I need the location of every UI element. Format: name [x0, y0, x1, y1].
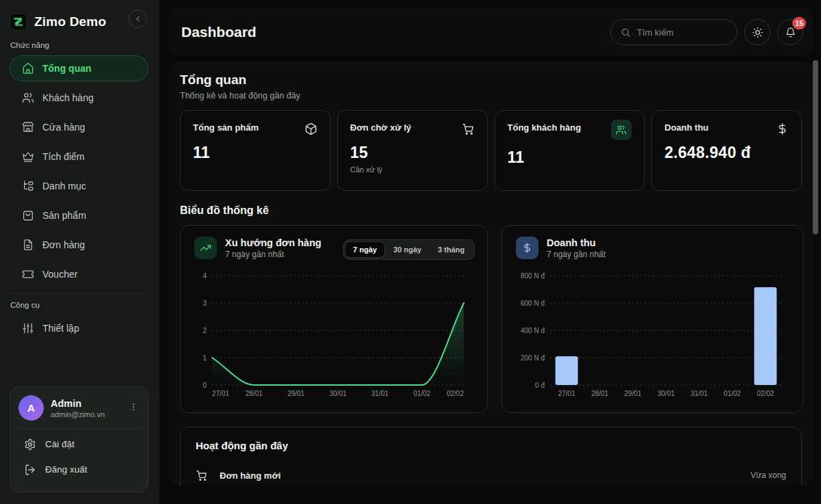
sidebar-item-label: Danh mục [42, 181, 86, 191]
search-icon [621, 27, 631, 38]
stats-row: Tổng sản phẩm 11 Đơn chờ xử lý 15 Cần xử… [180, 110, 802, 191]
store-icon [22, 121, 34, 133]
avatar[interactable]: A [18, 395, 44, 421]
orders-trend-chart-card: Xu hướng đơn hàng 7 ngày gần nhất 7 ngày… [180, 225, 488, 413]
users-icon [611, 120, 631, 140]
activity-item[interactable]: Đơn hàng mới Vừa xong [196, 469, 786, 481]
user-menu-settings[interactable]: Cài đặt [18, 432, 140, 457]
notification-badge: 15 [792, 17, 806, 29]
range-selector: 7 ngày30 ngày3 tháng [343, 239, 475, 260]
svg-text:30/01: 30/01 [657, 390, 675, 397]
sidebar-collapse-button[interactable] [129, 10, 147, 28]
svg-text:29/01: 29/01 [625, 390, 642, 397]
crown-icon [22, 150, 34, 163]
sidebar-item-don-hang[interactable]: Đơn hàng [10, 232, 148, 258]
sun-icon [752, 27, 764, 38]
svg-text:30/01: 30/01 [329, 390, 346, 397]
sliders-icon [22, 322, 34, 334]
svg-text:29/01: 29/01 [287, 390, 304, 397]
sidebar-item-voucher[interactable]: Voucher [10, 261, 148, 287]
chart-subtitle: 7 ngày gần nhất [547, 250, 605, 259]
user-name: Admin [51, 398, 105, 409]
user-menu-kebab-icon[interactable] [127, 401, 140, 416]
svg-text:28/01: 28/01 [246, 390, 263, 397]
stat-label: Tổng sản phẩm [193, 122, 259, 133]
sidebar-item-cua-hang[interactable]: Cửa hàng [10, 114, 148, 140]
user-menu-logout[interactable]: Đăng xuất [18, 457, 140, 482]
search-box[interactable] [610, 19, 738, 45]
svg-text:02/02: 02/02 [757, 390, 774, 397]
svg-text:27/01: 27/01 [212, 390, 229, 397]
svg-text:0: 0 [203, 382, 207, 389]
user-menu-item-label: Đăng xuất [45, 464, 88, 475]
chevron-left-icon [133, 14, 142, 23]
svg-text:0 đ: 0 đ [535, 382, 545, 389]
sidebar-item-label: Cửa hàng [42, 122, 85, 133]
chart-subtitle: 7 ngày gần nhất [225, 250, 322, 259]
sidebar-item-danh-muc[interactable]: Danh mục [10, 173, 148, 199]
stat-card-pending-orders: Đơn chờ xử lý 15 Cần xử lý [337, 110, 488, 191]
activity-title: Hoạt động gần đây [196, 440, 786, 451]
stat-value: 2.648.940 đ [664, 144, 789, 162]
cart-icon [462, 122, 475, 135]
range-button[interactable]: 30 ngày [386, 242, 429, 257]
logout-icon [24, 464, 36, 476]
stat-card-revenue: Doanh thu 2.648.940 đ [651, 110, 802, 191]
sidebar-section-functions: Chức năng [10, 41, 148, 49]
orders-line-chart: 0123427/0128/0129/0130/0131/0101/0202/02 [194, 269, 475, 399]
cart-icon [196, 469, 208, 481]
theme-toggle-button[interactable] [744, 19, 770, 45]
svg-text:1: 1 [203, 354, 207, 362]
search-input[interactable] [637, 27, 719, 38]
svg-text:400 N đ: 400 N đ [521, 327, 545, 334]
stat-sub: Cần xử lý [350, 165, 475, 174]
sidebar-item-san-pham[interactable]: Sản phẩm [10, 202, 148, 228]
stat-label: Đơn chờ xử lý [350, 122, 411, 133]
dollar-icon [516, 237, 538, 259]
sidebar-item-tong-quan[interactable]: Tổng quan [10, 55, 148, 81]
svg-text:4: 4 [203, 272, 207, 280]
page-title: Dashboard [181, 24, 257, 40]
sidebar-item-tich-diem[interactable]: Tích điểm [10, 144, 148, 170]
file-text-icon [22, 239, 34, 251]
stat-label: Tổng khách hàng [508, 122, 582, 133]
sidebar-item-khach-hang[interactable]: Khách hàng [10, 85, 148, 111]
sidebar-item-label: Tích điểm [42, 151, 84, 162]
activity-item-time: Vừa xong [751, 470, 786, 480]
stat-card-customers: Tổng khách hàng 11 [495, 110, 645, 191]
range-button[interactable]: 3 tháng [430, 242, 472, 257]
user-email: admin@zimo.vn [51, 410, 105, 419]
scrollbar-thumb[interactable] [813, 60, 818, 235]
recent-activity-card: Hoạt động gần đây Đơn hàng mới Vừa xong [180, 427, 802, 486]
sidebar-divider [10, 293, 148, 294]
dollar-icon [776, 122, 789, 135]
svg-text:01/02: 01/02 [413, 390, 430, 397]
overview-title: Tổng quan [180, 72, 802, 88]
home-icon [22, 62, 34, 75]
header: Dashboard 15 [169, 8, 813, 56]
range-button[interactable]: 7 ngày [346, 242, 385, 257]
svg-text:200 N đ: 200 N đ [521, 354, 545, 362]
sidebar-item-thiet-lap[interactable]: Thiết lập [10, 315, 148, 341]
category-tree-icon [22, 180, 34, 192]
sidebar-item-label: Khách hàng [42, 92, 94, 103]
trending-up-icon [194, 237, 217, 259]
activity-item-label: Đơn hàng mới [220, 470, 281, 481]
svg-text:800 N đ: 800 N đ [521, 272, 545, 280]
svg-text:600 N đ: 600 N đ [521, 300, 545, 307]
main-content: Tổng quan Thống kê và hoạt động gần đây … [169, 62, 813, 486]
svg-text:31/01: 31/01 [690, 390, 707, 397]
svg-text:3: 3 [203, 300, 207, 307]
svg-text:31/01: 31/01 [372, 390, 389, 397]
notifications-button[interactable]: 15 [777, 19, 803, 45]
stat-value: 11 [193, 144, 317, 162]
sidebar-item-label: Tổng quan [42, 63, 92, 74]
chart-title: Xu hướng đơn hàng [225, 237, 322, 248]
stat-card-products: Tổng sản phẩm 11 [180, 110, 330, 191]
overview-subtitle: Thống kê và hoạt động gần đây [180, 91, 802, 101]
sidebar-item-label: Voucher [42, 269, 77, 280]
logo-row: Zimo Demo [10, 10, 148, 34]
user-menu-item-label: Cài đặt [45, 439, 75, 449]
zimo-logo-icon [10, 13, 27, 31]
svg-text:02/02: 02/02 [447, 390, 464, 397]
